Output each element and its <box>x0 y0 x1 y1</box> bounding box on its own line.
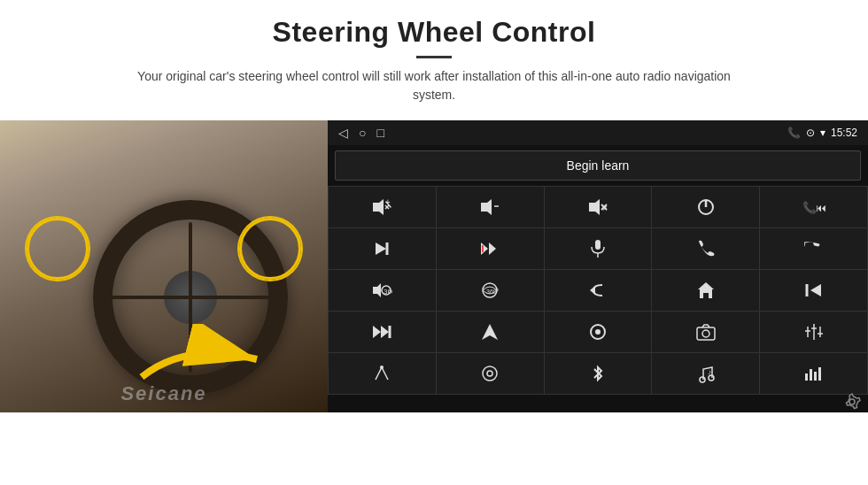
svg-rect-54 <box>814 372 817 381</box>
svg-text:⏮: ⏮ <box>816 202 826 214</box>
location-status-icon: ⊙ <box>806 127 815 139</box>
status-bar-right: 📞 ⊙ ▾ 15:52 <box>787 127 857 139</box>
ctrl-power[interactable] <box>652 187 759 227</box>
svg-marker-23 <box>373 283 381 297</box>
svg-rect-55 <box>818 367 821 381</box>
content-section: Seicane ◁ ○ □ 📞 ⊙ ▾ 15:52 Begin <box>0 120 868 485</box>
svg-marker-6 <box>481 199 492 215</box>
ctrl-fast-fwd[interactable] <box>329 312 436 352</box>
ctrl-360[interactable]: 360° <box>437 270 544 311</box>
ctrl-hang-up[interactable] <box>760 228 867 269</box>
btn-cluster-left <box>27 218 89 280</box>
nav-back-btn[interactable]: ◁ <box>338 126 348 140</box>
svg-marker-35 <box>482 324 498 340</box>
svg-marker-28 <box>590 286 595 295</box>
btn-cluster-right <box>239 218 301 280</box>
seicane-watermark-left: Seicane <box>120 382 206 405</box>
svg-point-46 <box>380 366 384 369</box>
svg-rect-52 <box>805 373 808 381</box>
ctrl-skip-next[interactable] <box>329 228 436 269</box>
bottom-bar <box>328 395 868 412</box>
svg-text:+: + <box>385 198 391 207</box>
ctrl-call[interactable] <box>652 228 759 269</box>
svg-marker-1 <box>373 199 384 215</box>
gear-icon[interactable] <box>843 393 861 415</box>
status-bar: ◁ ○ □ 📞 ⊙ ▾ 15:52 <box>328 120 868 145</box>
page-title: Steering Wheel Control <box>53 16 815 49</box>
steering-wheel-image: Seicane <box>0 120 328 412</box>
controls-grid: + × 📞⏮ <box>328 186 868 395</box>
phone-status-icon: 📞 <box>787 127 801 139</box>
status-bar-nav: ◁ ○ □ <box>338 126 384 140</box>
svg-rect-53 <box>810 369 812 381</box>
svg-marker-31 <box>810 284 821 296</box>
svg-text:360°: 360° <box>486 289 500 295</box>
page-wrapper: Steering Wheel Control Your original car… <box>0 0 868 485</box>
svg-rect-21 <box>595 240 601 250</box>
android-interface: ◁ ○ □ 📞 ⊙ ▾ 15:52 Begin learn + <box>328 120 868 412</box>
ctrl-back[interactable] <box>545 270 652 311</box>
svg-marker-19 <box>489 242 496 255</box>
begin-learn-button[interactable]: Begin learn <box>335 150 861 181</box>
svg-text:360: 360 <box>384 288 392 296</box>
ctrl-music[interactable]: ♪ <box>652 353 759 394</box>
svg-point-56 <box>849 399 855 404</box>
svg-text:×: × <box>602 204 608 213</box>
ctrl-eq[interactable] <box>760 312 867 352</box>
ctrl-bluetooth[interactable] <box>545 353 652 394</box>
svg-point-39 <box>702 330 709 337</box>
ctrl-voice[interactable] <box>329 353 436 394</box>
nav-recents-btn[interactable]: □ <box>376 126 384 140</box>
begin-learn-row: Begin learn <box>328 145 868 186</box>
ctrl-prev-track[interactable] <box>760 270 867 311</box>
svg-point-47 <box>483 366 497 381</box>
ctrl-navigate[interactable] <box>437 312 544 352</box>
svg-point-37 <box>595 329 601 335</box>
ctrl-mic[interactable] <box>545 228 652 269</box>
svg-text:♪: ♪ <box>708 368 711 376</box>
nav-home-btn[interactable]: ○ <box>359 126 366 140</box>
ctrl-spectrum[interactable] <box>760 353 867 394</box>
ctrl-vol-up[interactable]: + <box>329 187 436 227</box>
wifi-status-icon: ▾ <box>820 127 825 139</box>
subtitle-text: Your original car's steering wheel contr… <box>124 67 744 104</box>
title-divider <box>416 56 452 58</box>
ctrl-speaker[interactable]: 360 <box>329 270 436 311</box>
ctrl-source[interactable] <box>545 312 652 352</box>
svg-marker-29 <box>698 282 714 298</box>
svg-point-48 <box>487 371 492 376</box>
svg-marker-33 <box>381 326 389 338</box>
ctrl-vol-down[interactable] <box>437 187 544 227</box>
ctrl-seek-fwd[interactable] <box>437 228 544 269</box>
ctrl-home[interactable] <box>652 270 759 311</box>
ctrl-settings-circle[interactable] <box>437 353 544 394</box>
status-time: 15:52 <box>831 127 857 139</box>
ctrl-mute[interactable]: × <box>545 187 652 227</box>
svg-marker-32 <box>373 326 381 338</box>
svg-marker-8 <box>589 199 600 215</box>
ctrl-camera[interactable] <box>652 312 759 352</box>
ctrl-phone-prev[interactable]: 📞⏮ <box>760 187 867 227</box>
svg-point-49 <box>700 377 705 382</box>
svg-marker-16 <box>376 242 386 255</box>
header-section: Steering Wheel Control Your original car… <box>0 0 868 113</box>
svg-rect-38 <box>697 327 715 340</box>
